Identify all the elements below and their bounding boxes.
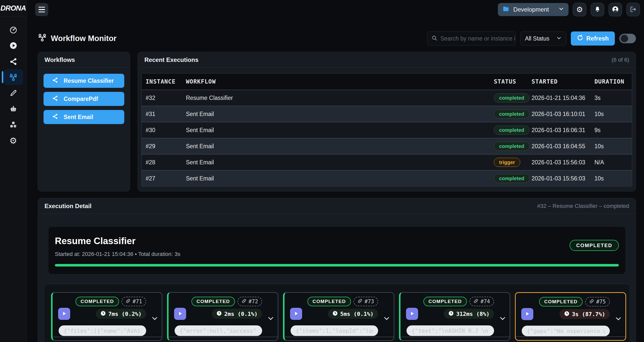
workflow-button[interactable]: Sent Email — [44, 110, 124, 124]
workflow-list: Resume Classifier ComparePdf Sent Email — [38, 68, 130, 130]
play-icon — [62, 311, 67, 317]
clock-icon — [100, 311, 106, 317]
node-id-badge[interactable]: #74 — [469, 297, 494, 306]
execution-row[interactable]: #27 Sent Email completed 2026-01-03 15:5… — [142, 170, 632, 186]
status-filter-select[interactable]: All Status — [520, 31, 566, 46]
node-play-button[interactable] — [521, 308, 533, 320]
node-output-preview-text: {"text":"\nASHIN R.J \n\nTHEKKUVILAI — [412, 328, 489, 334]
node-output-preview-text: {"files":[{"name":"Ashin resume.pdf" — [64, 328, 141, 334]
execution-row[interactable]: #30 Sent Email completed 2026-01-03 16:0… — [142, 122, 632, 138]
execution-row[interactable]: #32 Resume Classifier completed 2026-01-… — [142, 90, 632, 106]
refresh-button[interactable]: Refresh — [571, 31, 615, 46]
status-badge: trigger — [494, 158, 520, 167]
execution-workflow: Sent Email — [182, 175, 490, 182]
node-id-badge[interactable]: #73 — [353, 297, 378, 306]
node-divider — [285, 337, 394, 337]
execution-instance: #27 — [142, 175, 182, 182]
sidebar-item-editor[interactable] — [4, 85, 23, 101]
execution-workflow: Sent Email — [182, 159, 490, 166]
node-output-preview[interactable]: {"error":null,"success":true,"filePa — [175, 325, 262, 336]
chevron-down-icon[interactable] — [499, 315, 506, 323]
execution-row[interactable]: #31 Sent Email completed 2026-01-03 16:1… — [142, 106, 632, 122]
node-duration-pill: 7ms (0.2%) — [96, 309, 146, 319]
clock-icon — [332, 311, 338, 317]
search-icon — [431, 35, 437, 42]
execution-instance: #30 — [142, 127, 182, 134]
execution-progress-bar — [55, 264, 619, 267]
chevron-down-icon[interactable] — [267, 315, 274, 323]
play-icon — [294, 311, 299, 317]
page-title: Workflow Monitor — [38, 33, 116, 44]
executions-panel: Recent Executions (6 of 6) INSTANCE WORK… — [138, 52, 636, 192]
sidebar-item-workflow-monitor[interactable] — [4, 69, 23, 85]
chevron-down-icon[interactable] — [615, 315, 622, 323]
executions-table: INSTANCE WORKFLOW STATUS STARTED DURATIO… — [141, 73, 632, 186]
col-started: STARTED — [528, 78, 590, 85]
notifications-button[interactable] — [591, 3, 604, 16]
execution-instance: #32 — [142, 95, 182, 101]
execution-row[interactable]: #28 Sent Email trigger 2026-01-03 15:56:… — [142, 154, 632, 170]
node-output-preview-text: {"gaps":"No experience with required — [527, 328, 605, 334]
node-play-button[interactable] — [174, 308, 186, 320]
node-id-badge[interactable]: #75 — [585, 297, 610, 307]
sign-out-button[interactable] — [626, 3, 640, 16]
node-cards-container: COMPLETED #71 7ms (0.2%) {"files":[{"nam… — [44, 284, 630, 342]
sidebar: DRONA — [0, 0, 27, 342]
play-icon — [410, 311, 415, 317]
sidebar-item-runs[interactable] — [4, 37, 23, 53]
robot-icon — [9, 105, 17, 113]
sidebar-item-dashboard[interactable] — [4, 22, 23, 37]
settings-button[interactable]: ⚙ — [573, 3, 586, 16]
node-output-preview[interactable]: {"files":[{"name":"Ashin resume.pdf" — [59, 325, 146, 336]
node-play-button[interactable] — [290, 308, 302, 320]
node-card: COMPLETED #75 3s (87.7%) {"gaps":"No exp… — [515, 292, 626, 341]
chevron-down-icon[interactable] — [151, 315, 158, 323]
play-icon — [178, 311, 183, 317]
share-nodes-icon — [52, 77, 58, 85]
search-box — [427, 31, 516, 46]
chevron-down-icon[interactable] — [383, 315, 390, 323]
menu-hamburger-button[interactable] — [35, 3, 48, 16]
execution-workflow: Sent Email — [182, 127, 490, 134]
execution-workflow-name: Resume Classifier — [55, 236, 619, 246]
sidebar-item-settings[interactable]: ⚙ — [4, 133, 23, 148]
node-divider — [53, 337, 162, 337]
node-duration-text: 5ms (0.1%) — [340, 311, 374, 317]
execution-detail-panel: Execution Detail #32 – Resume Classifier… — [38, 198, 636, 342]
col-workflow: WORKFLOW — [182, 78, 490, 85]
status-badge: completed — [494, 126, 530, 135]
gauge-icon — [9, 26, 17, 34]
sidebar-item-connections[interactable] — [4, 53, 23, 69]
node-output-preview[interactable]: {"gaps":"No experience with required — [522, 326, 610, 336]
execution-duration: 3s — [590, 95, 632, 101]
node-id-badge[interactable]: #72 — [237, 297, 262, 306]
node-id-text: #75 — [596, 299, 606, 305]
node-output-preview[interactable]: {"items":1,"loopId":"loop_docs_f01f6 — [291, 325, 378, 336]
share-nodes-icon — [9, 57, 17, 65]
workflow-icon — [9, 73, 18, 82]
account-button[interactable] — [609, 3, 622, 16]
node-duration-text: 7ms (0.2%) — [108, 311, 142, 317]
workflow-icon — [38, 33, 47, 44]
node-output-preview[interactable]: {"text":"\nASHIN R.J \n\nTHEKKUVILAI — [407, 325, 494, 336]
play-icon — [525, 311, 530, 317]
node-play-button[interactable] — [58, 308, 70, 320]
sidebar-item-agents[interactable] — [4, 101, 23, 117]
project-selector[interactable]: Development — [498, 3, 569, 16]
workflow-button[interactable]: ComparePdf — [44, 92, 124, 106]
execution-meta: Started at: 2026-01-21 15:04:36 • Total … — [55, 251, 619, 257]
executions-table-body: #32 Resume Classifier completed 2026-01-… — [142, 90, 632, 186]
execution-summary-card: Resume Classifier Started at: 2026-01-21… — [48, 226, 626, 274]
status-badge: completed — [494, 142, 530, 151]
sidebar-nav: ⚙ — [0, 17, 26, 148]
node-id-badge[interactable]: #71 — [122, 297, 146, 306]
search-input[interactable] — [440, 35, 515, 42]
execution-row[interactable]: #29 Sent Email completed 2026-01-03 16:0… — [142, 138, 632, 154]
workflow-button[interactable]: Resume Classifier — [44, 74, 124, 88]
project-selector-label: Development — [513, 6, 549, 13]
sidebar-item-modules[interactable] — [4, 117, 23, 133]
node-play-button[interactable] — [406, 308, 418, 320]
auto-refresh-toggle[interactable] — [619, 34, 636, 43]
node-id-text: #71 — [133, 298, 142, 305]
node-duration-pill: 3s (87.7%) — [559, 309, 610, 319]
